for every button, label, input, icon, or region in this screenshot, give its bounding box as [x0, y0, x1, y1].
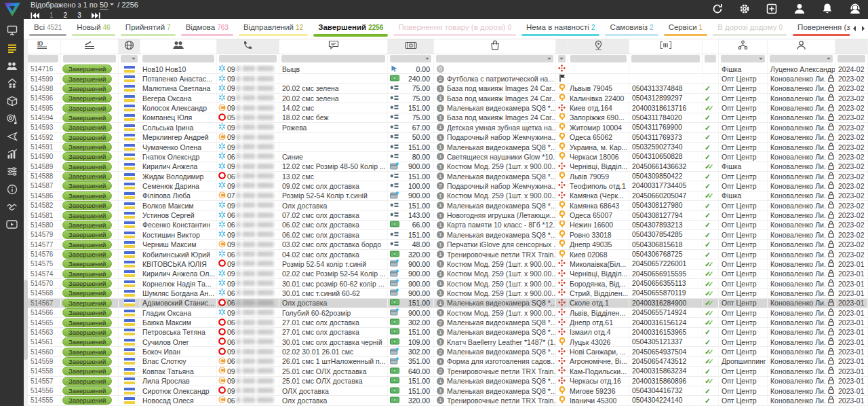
tracking-number[interactable]: 0504306768725 [629, 250, 703, 259]
tracking-number[interactable]: 0504308127980 [629, 201, 703, 210]
filter-input-phone[interactable] [219, 55, 277, 62]
table-row[interactable]: 514587 Завершений Семенюк Дарина 098 888… [24, 181, 868, 191]
filter-input-manager[interactable] [770, 55, 833, 62]
table-row[interactable]: 514580 Завершений Фесенко Константин 068… [24, 221, 868, 230]
tracking-number[interactable]: 0504308127794 [629, 210, 703, 219]
table-row[interactable]: 514559 Завершений Влас Слотюу 068 888 88… [24, 357, 868, 367]
filter-input-center[interactable] [721, 55, 765, 62]
table-row[interactable]: 514595 Завершений Колосок Александр 098 … [24, 103, 868, 113]
filter-input-date[interactable] [837, 55, 865, 62]
sidebar-item-customers[interactable] [5, 60, 19, 71]
table-row[interactable]: 514565 Завершений Баюка Максим 068 888 8… [24, 318, 868, 327]
tracking-number[interactable]: 20400316284900 [629, 299, 703, 308]
column-header-comment[interactable] [279, 39, 388, 54]
column-header-tracking[interactable] [629, 39, 703, 54]
table-row[interactable]: 514576 Завершений Кобилинський Юрий 068 … [24, 250, 868, 259]
column-header-status[interactable] [61, 39, 119, 54]
column-header-country[interactable] [119, 39, 140, 54]
filter-input-carrier[interactable] [558, 55, 566, 62]
tabs-scroll-left-icon[interactable] [853, 26, 856, 31]
last-page-button[interactable] [92, 12, 100, 19]
filter-input-product[interactable] [436, 55, 553, 62]
vertical-scrollbar[interactable] [24, 39, 28, 406]
table-row[interactable]: 514589 Завершений Кирилич Анжела 098 888… [24, 162, 868, 172]
sidebar-item-dashboard[interactable] [5, 24, 19, 36]
table-row[interactable]: 514588 Завершений Жидак Володимир 068 88… [24, 172, 868, 181]
tracking-number[interactable]: 0504304416732 [629, 386, 703, 395]
table-row[interactable]: 514577 Завершений Черниш Максим 098 888 … [24, 240, 868, 249]
tab-В дорозі додому[interactable]: В дорозі додому0 [711, 19, 789, 39]
table-row[interactable]: 514582 Завершений Волков Максим 098 888 … [24, 201, 868, 210]
tracking-number[interactable]: 0504306815618 [629, 240, 703, 248]
table-row[interactable]: 514567 Завершений Адамовский Станис... 0… [24, 299, 868, 308]
tracking-number[interactable]: 20450654743512 [629, 357, 703, 366]
table-row[interactable]: 514558 Завершений Ковпак Татьяна 098 888… [24, 367, 868, 376]
tracking-number[interactable]: 0504309850422 [629, 172, 703, 181]
column-header-location[interactable] [568, 39, 629, 54]
tracking-number[interactable]: 20450661436632 [629, 162, 703, 171]
tracking-number[interactable]: 20450657226001 [629, 259, 703, 268]
filter-input-payment[interactable] [390, 55, 431, 62]
sidebar-item-orders[interactable] [5, 42, 19, 54]
column-header-carrier[interactable] [556, 39, 568, 54]
tab-Прийнятий[interactable]: Прийнятий7 [119, 19, 177, 39]
refresh-icon[interactable] [712, 3, 723, 14]
column-header-manager[interactable] [768, 39, 835, 54]
filter-input-location[interactable] [570, 55, 627, 62]
table-row[interactable]: 514555 Завершений Новосад Олеся 068 888 … [24, 396, 868, 405]
column-header-center[interactable] [719, 39, 768, 54]
first-page-button[interactable] [31, 12, 39, 19]
tracking-number[interactable]: 0504313374848 [629, 84, 703, 93]
tab-Повернення (завершений)[interactable]: Повернення (завершений)125 [791, 19, 850, 39]
sidebar-item-partners[interactable] [5, 201, 19, 213]
filter-input-customer[interactable] [142, 55, 214, 62]
column-header-id[interactable]: ID [24, 39, 61, 54]
column-header-phone[interactable] [217, 39, 279, 54]
tracking-number[interactable]: 20400315863234 [629, 367, 703, 375]
column-header-customer[interactable] [140, 39, 217, 54]
tracking-number[interactable]: 0504311769900 [629, 123, 703, 132]
sidebar-item-settings[interactable] [5, 166, 19, 177]
filter-input-id[interactable] [26, 55, 58, 62]
settings-gear-icon[interactable] [739, 3, 750, 14]
table-row[interactable]: 514586 Завершений Філіпова Люба 078 888 … [24, 191, 868, 201]
table-row[interactable]: 514575 Завершений КВІТОВСЬКА ЮЛІЯ 098 88… [24, 259, 868, 269]
tracking-number[interactable]: 0504312899297 [629, 94, 703, 103]
tracking-number[interactable]: 0504304224140 [629, 396, 703, 405]
table-row[interactable]: 514590 Завершений Гнатюк Олексндр 068 88… [24, 152, 868, 162]
page-button-3[interactable]: 3 [77, 11, 81, 20]
filter-input-tracking[interactable] [631, 55, 700, 62]
sidebar-item-info[interactable] [5, 183, 19, 195]
tab-Новый[interactable]: Новый46 [71, 19, 117, 39]
tab-Завершений[interactable]: Завершений2256 [312, 19, 389, 39]
page-button-1[interactable]: 1 [50, 11, 54, 20]
tab-Відправлений[interactable]: Відправлений12 [237, 19, 309, 39]
table-row[interactable]: 514594 Завершений Компанец Юля 058 888 8… [24, 113, 868, 123]
tab-Нема в наявності[interactable]: Нема в наявності2 [520, 19, 601, 39]
table-row[interactable]: 514570 Завершений Корнелюк Надія Та... 0… [24, 279, 868, 289]
table-row[interactable]: 514556 Завершений Сиротюк Олександр 098 … [24, 386, 868, 396]
tracking-number[interactable]: 20450660205047 [629, 191, 703, 200]
sidebar-item-cart[interactable] [5, 113, 19, 124]
tracking-number[interactable]: 20450656915595 [629, 270, 703, 278]
column-header-check[interactable] [703, 39, 719, 54]
column-header-date[interactable] [835, 39, 868, 54]
table-row[interactable]: 514716 Завершений Нов10 Нов10 098 888 88… [24, 64, 868, 74]
tracking-number[interactable]: 0503259027340 [629, 143, 703, 151]
tracking-number[interactable]: 0504311769373 [629, 133, 703, 142]
table-row[interactable]: 514574 Завершений Кирилич Анжела Ол... 0… [24, 270, 868, 279]
tracking-number[interactable]: 20400316153965 [629, 328, 703, 337]
filter-input-check[interactable] [705, 55, 716, 62]
tracking-number[interactable] [629, 74, 703, 83]
page-size-select[interactable]: 50 [100, 1, 108, 10]
tracking-number[interactable]: 0504310650828 [629, 152, 703, 161]
table-row[interactable]: 514568 Завершений Шумляс Богдана Ан... 0… [24, 289, 868, 298]
app-logo-icon[interactable] [3, 2, 21, 20]
tab-Сервіси[interactable]: Сервіси1 [663, 19, 709, 39]
tracking-number[interactable]: 0504307893213 [629, 221, 703, 229]
filter-input-comment[interactable] [281, 55, 385, 62]
table-row[interactable]: 514563 Завершений Петровська Тетяна 068 … [24, 328, 868, 337]
column-header-product[interactable] [434, 39, 556, 54]
filter-input-status[interactable] [63, 55, 116, 62]
tab-Самовивіз[interactable]: Самовивіз2 [604, 19, 659, 39]
